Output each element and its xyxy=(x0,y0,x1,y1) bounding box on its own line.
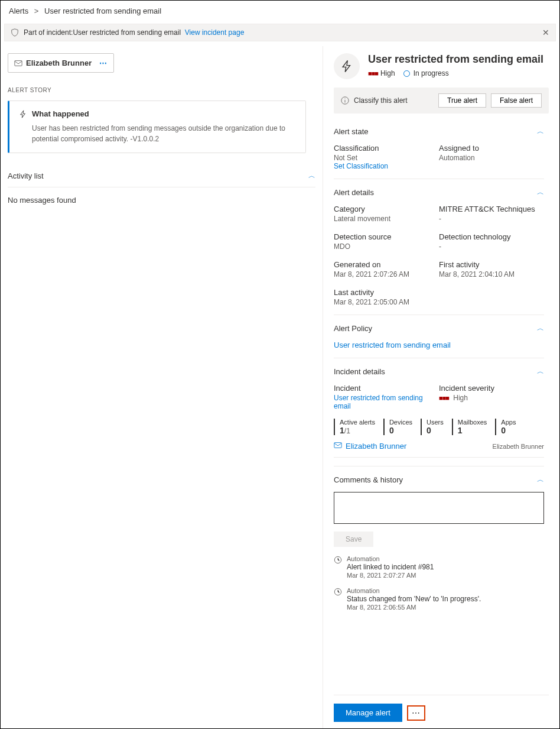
category-value: Lateral movement xyxy=(334,215,439,223)
detection-tech-value: - xyxy=(439,242,544,251)
last-activity-label: Last activity xyxy=(334,288,439,297)
incident-link[interactable]: User restricted from sending email xyxy=(334,394,439,410)
classify-label: Classify this alert xyxy=(354,96,408,105)
right-pane: User restricted from sending email ■■■ H… xyxy=(323,46,559,729)
manage-alert-button[interactable]: Manage alert xyxy=(334,704,402,722)
stat-devices-label: Devices xyxy=(389,419,412,426)
left-pane: Elizabeth Brunner ⋯ ALERT STORY What hap… xyxy=(1,46,323,729)
stat-apps-value: 0 xyxy=(501,426,516,435)
alert-policy-header[interactable]: Alert Policy ︿ xyxy=(334,323,544,333)
alert-details-header[interactable]: Alert details ︿ xyxy=(334,187,544,197)
breadcrumb-current: User restricted from sending email xyxy=(44,7,161,15)
activity-list-title: Activity list xyxy=(8,171,44,180)
what-happened-title: What happened xyxy=(32,109,89,118)
close-icon[interactable]: ✕ xyxy=(542,28,549,37)
history-item: Automation Status changed from 'New' to … xyxy=(334,587,544,611)
breadcrumb: Alerts > User restricted from sending em… xyxy=(1,1,559,21)
bolt-icon xyxy=(19,110,27,118)
incident-details-header[interactable]: Incident details ︿ xyxy=(334,367,544,377)
set-classification-link[interactable]: Set Classification xyxy=(334,162,439,170)
alert-state-title: Alert state xyxy=(334,127,369,136)
assigned-label: Assigned to xyxy=(439,144,544,153)
alert-header: User restricted from sending email ■■■ H… xyxy=(334,53,549,79)
status-ring-icon xyxy=(403,70,410,77)
history-who: Automation xyxy=(347,587,481,594)
comment-input[interactable] xyxy=(334,492,544,524)
banner-prefix: Part of incident: xyxy=(24,28,73,37)
history-text: Alert linked to incident #981 xyxy=(347,563,434,571)
mitre-value: - xyxy=(439,215,544,223)
generated-label: Generated on xyxy=(334,260,439,269)
activity-list-header[interactable]: Activity list ︿ xyxy=(8,164,315,187)
severity-dots: ■■■ xyxy=(439,394,449,401)
chevron-up-icon: ︿ xyxy=(537,367,544,377)
incident-user-tail: Elizabeth Brunner xyxy=(493,443,544,450)
history-text: Status changed from 'New' to 'In progres… xyxy=(347,595,481,603)
chevron-up-icon: ︿ xyxy=(537,187,544,197)
bolt-icon xyxy=(340,60,353,73)
svg-rect-2 xyxy=(334,443,341,448)
breadcrumb-sep: > xyxy=(34,7,39,15)
generated-value: Mar 8, 2021 2:07:26 AM xyxy=(334,270,439,278)
policy-link[interactable]: User restricted from sending email xyxy=(334,341,544,349)
chevron-up-icon: ︿ xyxy=(308,171,315,181)
view-incident-link[interactable]: View incident page xyxy=(185,28,245,37)
classification-value: Not Set xyxy=(334,154,439,162)
detection-source-value: MDO xyxy=(334,242,439,251)
mailbox-icon xyxy=(334,441,342,451)
what-happened-body: User has been restricted from sending me… xyxy=(19,123,296,144)
incident-sev-value: High xyxy=(453,394,468,402)
clock-icon xyxy=(334,588,342,611)
stat-active-value: 1 xyxy=(340,426,344,435)
detection-source-label: Detection source xyxy=(334,232,439,241)
stat-users-value: 0 xyxy=(426,426,444,435)
alert-avatar xyxy=(334,53,360,79)
chevron-up-icon: ︿ xyxy=(537,323,544,333)
history-who: Automation xyxy=(347,555,434,562)
mitre-label: MITRE ATT&CK Techniques xyxy=(439,205,544,213)
incident-label: Incident xyxy=(334,384,439,393)
what-happened-card: What happened User has been restricted f… xyxy=(8,101,306,153)
comments-header[interactable]: Comments & history ︿ xyxy=(334,475,544,485)
alert-details-title: Alert details xyxy=(334,188,374,197)
info-icon xyxy=(341,96,349,105)
first-activity-value: Mar 8, 2021 2:04:10 AM xyxy=(439,270,544,278)
severity-dots: ■■■ xyxy=(368,70,378,77)
first-activity-label: First activity xyxy=(439,260,544,269)
alert-story-label: ALERT STORY xyxy=(8,87,315,93)
stat-users-label: Users xyxy=(426,419,444,426)
stat-apps-label: Apps xyxy=(501,419,516,426)
more-actions-button[interactable]: ⋯ xyxy=(407,705,425,721)
activity-empty: No messages found xyxy=(8,196,315,205)
more-icon[interactable]: ⋯ xyxy=(99,59,108,67)
mailbox-icon xyxy=(14,59,22,67)
stats-row: Active alerts1/1 Devices0 Users0 Mailbox… xyxy=(334,419,544,435)
save-button[interactable]: Save xyxy=(334,532,373,547)
history-when: Mar 8, 2021 2:07:27 AM xyxy=(347,572,434,579)
shield-icon xyxy=(11,28,19,37)
comments-title: Comments & history xyxy=(334,475,403,484)
stat-mailboxes-label: Mailboxes xyxy=(458,419,487,426)
alert-policy-title: Alert Policy xyxy=(334,324,372,333)
incident-banner: Part of incident: User restricted from s… xyxy=(4,24,556,41)
clock-icon xyxy=(334,556,342,579)
incident-user-row: Elizabeth Brunner Elizabeth Brunner xyxy=(334,435,544,458)
true-alert-button[interactable]: True alert xyxy=(438,93,486,108)
incident-user-link[interactable]: Elizabeth Brunner xyxy=(346,442,406,451)
status-label: In progress xyxy=(414,69,449,77)
alert-state-section: Alert state ︿ Classification Not Set Set… xyxy=(334,118,544,179)
classify-bar: Classify this alert True alert False ale… xyxy=(334,88,549,114)
alert-title: User restricted from sending email xyxy=(368,53,543,66)
svg-rect-0 xyxy=(15,60,22,66)
bottom-bar: Manage alert ⋯ xyxy=(334,695,549,729)
user-card[interactable]: Elizabeth Brunner ⋯ xyxy=(8,53,114,73)
assigned-value: Automation xyxy=(439,154,544,162)
false-alert-button[interactable]: False alert xyxy=(491,93,542,108)
alert-policy-section: Alert Policy ︿ User restricted from send… xyxy=(334,315,544,358)
breadcrumb-root[interactable]: Alerts xyxy=(9,7,28,15)
alert-state-header[interactable]: Alert state ︿ xyxy=(334,127,544,137)
detection-tech-label: Detection technology xyxy=(439,232,544,241)
comments-section: Comments & history ︿ Save Automation Ale… xyxy=(334,466,544,619)
stat-active-total: /1 xyxy=(344,427,350,435)
chevron-up-icon: ︿ xyxy=(537,475,544,485)
